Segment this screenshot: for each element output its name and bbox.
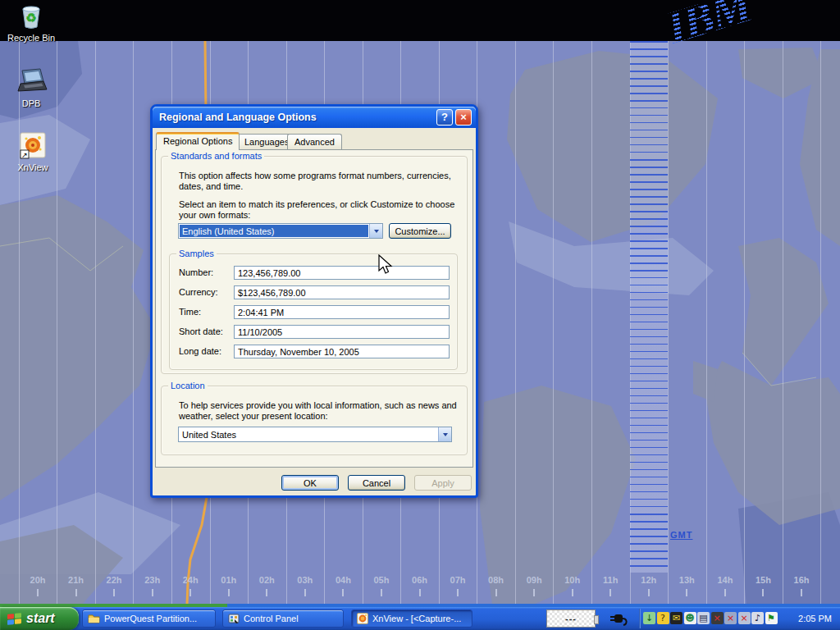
removable-device-icon[interactable]: ↓	[643, 612, 655, 624]
gmt-meridian-band	[630, 41, 668, 573]
help-button[interactable]: ?	[436, 109, 453, 126]
hour-tick	[609, 589, 611, 596]
language-combobox[interactable]: English (United States)	[178, 223, 383, 239]
ac-plug-icon[interactable]	[607, 610, 630, 627]
taskbar-item-control-panel[interactable]: Control Panel	[222, 609, 344, 628]
hour-label-11h: 11h	[598, 575, 623, 585]
taskbar-item-xnview[interactable]: XnView - [<Capture-...	[351, 609, 472, 628]
hour-tick	[762, 589, 764, 596]
samples-legend: Samples	[176, 249, 217, 258]
location-combobox[interactable]: United States	[178, 427, 452, 442]
hour-tick	[495, 589, 497, 596]
hour-label-12h: 12h	[637, 575, 661, 585]
hour-tick	[113, 589, 115, 596]
gmt-label: GMT	[670, 530, 692, 540]
hour-tick	[419, 589, 421, 596]
hour-tick	[75, 589, 77, 596]
hour-tick	[801, 589, 802, 596]
currency-sample-field[interactable]: $123,456,789.00	[234, 285, 450, 299]
dropdown-arrow-icon[interactable]	[438, 427, 451, 441]
hour-label-13h: 13h	[674, 575, 699, 585]
short-date-sample-field[interactable]: 11/10/2005	[234, 325, 450, 339]
power-profile-icon[interactable]: ✉	[670, 612, 682, 624]
messenger-icon[interactable]: ☻	[684, 612, 696, 624]
help-status-icon[interactable]: ?	[657, 612, 669, 624]
signal-disconnected-icon[interactable]: ×	[711, 612, 724, 624]
long-date-sample-field[interactable]: Thursday, November 10, 2005	[234, 345, 450, 358]
desktop-icon-label: DPB	[0, 98, 62, 108]
hour-tick	[572, 589, 573, 596]
hour-label-01h: 01h	[217, 575, 241, 585]
number-sample-field[interactable]: 123,456,789.00	[234, 266, 450, 280]
tray-divider	[639, 609, 641, 628]
hour-label-07h: 07h	[445, 575, 470, 585]
battery-meter[interactable]: ---	[546, 609, 596, 628]
hour-tick	[304, 589, 306, 596]
folder-icon	[88, 614, 100, 623]
desktop: GMT 20h21h22h23h24h01h02h03h04h05h06h07h…	[0, 0, 840, 630]
sample-row-label: Long date:	[179, 346, 221, 356]
hour-label-10h: 10h	[560, 575, 585, 585]
hour-label-23h: 23h	[140, 575, 165, 585]
cancel-button[interactable]: Cancel	[348, 475, 405, 491]
hour-label-04h: 04h	[331, 575, 355, 585]
desktop-icon-label: Recycle Bin	[0, 33, 62, 43]
hour-label-24h: 24h	[178, 575, 203, 585]
hour-label-14h: 14h	[713, 575, 737, 585]
customize-button[interactable]: Customize...	[389, 223, 451, 239]
location-description: To help services provide you with local …	[179, 400, 461, 421]
location-combobox-value: United States	[180, 428, 437, 441]
wireless-disconnected-icon[interactable]: ×	[738, 612, 751, 624]
xnview-icon: ↗	[2, 131, 64, 161]
volume-icon[interactable]: ♪	[751, 612, 764, 624]
hour-label-20h: 20h	[25, 575, 50, 585]
tab-advanced[interactable]: Advanced	[287, 134, 342, 150]
dialog-titlebar[interactable]: Regional and Language Options ? ×	[153, 107, 476, 128]
taskbar-item-label: Control Panel	[244, 614, 299, 623]
system-tray: ↓?✉☻▤×××♪⚑	[643, 612, 778, 624]
ok-button[interactable]: OK	[281, 475, 339, 491]
network-places-icon[interactable]: ▤	[697, 612, 710, 624]
desktop-icon-dpb[interactable]: DPB	[0, 67, 62, 108]
time-sample-field[interactable]: 2:04:41 PM	[234, 305, 450, 319]
dropdown-arrow-icon[interactable]	[369, 224, 382, 238]
standards-legend: Standards and formats	[168, 151, 264, 161]
hour-tick	[648, 589, 650, 596]
start-label: start	[26, 611, 55, 626]
sample-row-label: Currency:	[179, 287, 218, 297]
start-button[interactable]: start	[0, 607, 79, 630]
hour-label-16h: 16h	[789, 575, 814, 585]
standards-description: This option affects how some programs fo…	[179, 171, 458, 191]
standards-instruction: Select an item to match its preferences,…	[179, 199, 461, 220]
hour-label-05h: 05h	[369, 575, 394, 585]
svg-text:♻: ♻	[25, 11, 36, 25]
sample-row-label: Short date:	[179, 326, 223, 336]
sample-row-label: Time:	[179, 307, 201, 317]
hour-tick	[724, 589, 726, 596]
language-combobox-value: English (United States)	[180, 225, 368, 237]
top-banner: IBM	[0, 0, 840, 41]
apply-button[interactable]: Apply	[414, 475, 472, 491]
desktop-icon-recycle-bin[interactable]: ♻ Recycle Bin	[0, 2, 62, 43]
xnview-app-icon	[357, 613, 368, 624]
hour-label-02h: 02h	[254, 575, 279, 585]
taskbar-clock[interactable]: 2:05 PM	[798, 607, 832, 630]
hour-label-06h: 06h	[408, 575, 432, 585]
close-button[interactable]: ×	[455, 109, 472, 126]
taskbar-item-powerquest[interactable]: PowerQuest Partition...	[82, 609, 216, 628]
hour-label-08h: 08h	[484, 575, 509, 585]
hour-label-03h: 03h	[293, 575, 317, 585]
hour-tick	[37, 589, 39, 596]
sample-row-label: Number:	[179, 267, 213, 277]
display-disconnected-icon[interactable]: ×	[724, 612, 737, 624]
taskbar-item-label: PowerQuest Partition...	[104, 614, 197, 623]
desktop-icon-xnview[interactable]: ↗ XnView	[2, 131, 64, 172]
regional-language-options-dialog: Regional and Language Options ? × Region…	[150, 104, 478, 498]
recycle-bin-icon: ♻	[0, 2, 62, 31]
tab-regional-options[interactable]: Regional Options	[156, 132, 240, 150]
hour-scale: 20h21h22h23h24h01h02h03h04h05h06h07h08h0…	[0, 575, 840, 603]
hour-label-15h: 15h	[751, 575, 775, 585]
taskbar-item-label: XnView - [<Capture-...	[372, 614, 461, 623]
hour-label-21h: 21h	[64, 575, 89, 585]
hdd-status-icon[interactable]: ⚑	[765, 612, 778, 624]
